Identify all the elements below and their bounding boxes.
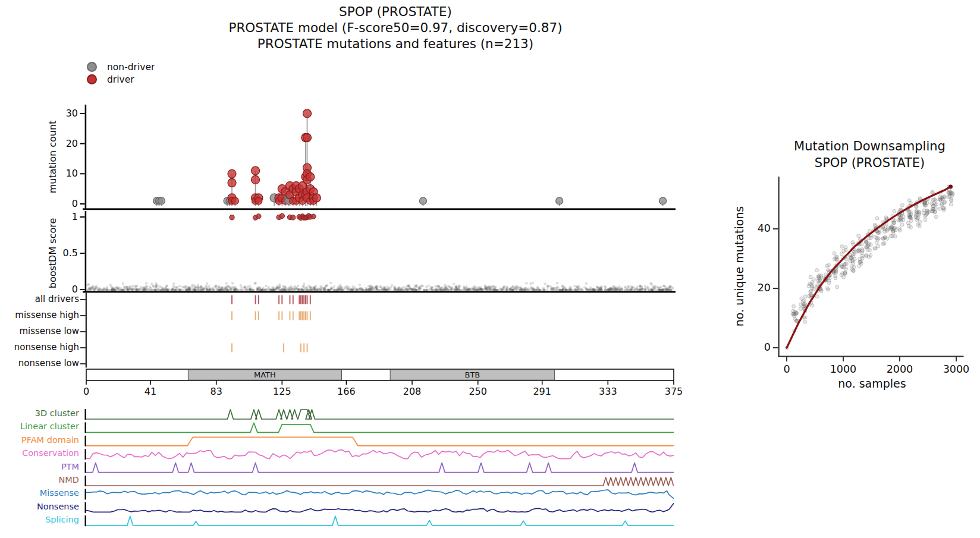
boostdm-nondriver-point: [303, 282, 305, 285]
ds-scatter-point: [841, 272, 844, 275]
boostdm-nondriver-point: [639, 288, 641, 291]
ds-y-tick-label: 40: [747, 222, 771, 234]
boostdm-nondriver-point: [511, 289, 514, 291]
boostdm-nondriver-point: [165, 285, 168, 287]
boostdm-nondriver-point: [352, 288, 354, 291]
boostdm-nondriver-point: [388, 287, 390, 290]
boostdm-nondriver-point: [394, 287, 396, 290]
boostdm-nondriver-point: [122, 282, 124, 285]
boostdm-nondriver-point: [530, 287, 533, 290]
boostdm-nondriver-point: [536, 288, 538, 291]
ds-scatter-point: [853, 252, 856, 256]
ds-scatter-point: [827, 263, 831, 267]
ds-scatter-point: [948, 191, 952, 195]
boostdm-nondriver-point: [624, 287, 627, 289]
boostdm-nondriver-point: [131, 288, 134, 290]
boostdm-nondriver-point: [222, 289, 224, 291]
protein-bar: [86, 369, 674, 380]
boostdm-nondriver-point: [103, 289, 106, 291]
boostdm-nondriver-point: [312, 288, 315, 291]
boostdm-nondriver-point: [596, 285, 598, 288]
driver-mutation-dot: [303, 134, 311, 142]
boostdm-nondriver-point: [290, 285, 292, 288]
non-driver-mutation-dot: [659, 197, 667, 204]
boostdm-nondriver-point: [529, 282, 532, 285]
boostdm-nondriver-point: [152, 285, 155, 288]
boostdm-nondriver-point: [565, 288, 567, 290]
boostdm-nondriver-point: [409, 287, 411, 290]
ds-scatter-point: [889, 234, 893, 238]
boostdm-nondriver-point: [165, 288, 168, 291]
ds-scatter-point: [940, 203, 943, 206]
boostdm-nondriver-point: [150, 282, 153, 285]
ds-scatter-point: [949, 203, 953, 206]
boostdm-nondriver-point: [415, 284, 417, 287]
ds-scatter-point: [827, 281, 831, 285]
ds-scatter-point: [941, 197, 944, 201]
ds-y-tick-label: 20: [747, 282, 771, 294]
boostdm-nondriver-point: [592, 288, 594, 290]
ds-scatter-point: [851, 241, 855, 244]
boostdm-y-spine: [85, 211, 87, 292]
boostdm-nondriver-point: [463, 285, 465, 288]
boostdm-nondriver-point: [297, 285, 299, 287]
boostdm-nondriver-point: [127, 288, 129, 291]
boostdm-nondriver-point: [581, 289, 583, 291]
ds-scatter-point: [840, 252, 843, 256]
boostdm-nondriver-point: [573, 285, 576, 287]
boostdm-nondriver-point: [209, 287, 211, 290]
boostdm-nondriver-point: [240, 287, 243, 289]
ds-scatter-point: [791, 309, 795, 313]
ds-scatter-point: [827, 288, 830, 291]
ds-scatter-point: [875, 216, 879, 220]
non-driver-mutation-dot: [419, 197, 426, 204]
ds-scatter-point: [931, 190, 934, 194]
boostdm-nondriver-point: [155, 285, 157, 287]
boostdm-nondriver-point: [512, 285, 514, 288]
boostdm-y-tick-label: 0.5: [54, 247, 78, 259]
boostdm-nondriver-point: [444, 284, 446, 287]
ds-scatter-point: [883, 230, 887, 234]
ds-scatter-point: [907, 216, 911, 219]
boostdm-nondriver-point: [383, 286, 385, 288]
ds-scatter-point: [809, 275, 812, 279]
protein-axis-tick-label: 41: [136, 386, 165, 397]
boostdm-driver-point: [279, 213, 284, 218]
ds-scatter-point: [881, 243, 885, 246]
ds-scatter-point: [865, 239, 868, 243]
boostdm-nondriver-point: [640, 285, 643, 287]
boostdm-nondriver-point: [423, 289, 425, 291]
driver-mutation-dot: [228, 179, 236, 187]
boostdm-nondriver-point: [171, 288, 174, 290]
protein-domain-label: BTB: [465, 370, 480, 379]
boostdm-nondriver-point: [333, 285, 335, 288]
boostdm-nondriver-point: [359, 284, 361, 286]
ds-scatter-point: [808, 282, 812, 286]
ds-scatter-point: [877, 244, 880, 248]
boostdm-nondriver-point: [517, 286, 519, 288]
boostdm-nondriver-point: [282, 285, 284, 287]
feature-line-linear-cluster: [86, 423, 674, 432]
boostdm-nondriver-point: [275, 287, 278, 289]
ds-scatter-point: [800, 297, 803, 300]
feature-line-splicing: [86, 516, 674, 526]
boostdm-nondriver-point: [632, 286, 635, 288]
boostdm-nondriver-point: [319, 285, 322, 288]
ds-scatter-point: [889, 227, 893, 231]
boostdm-nondriver-point: [509, 288, 511, 291]
boostdm-nondriver-point: [652, 289, 654, 291]
ds-scatter-point: [832, 271, 835, 275]
ds-scatter-point: [812, 278, 815, 281]
boostdm-nondriver-point: [231, 282, 234, 284]
ds-scatter-point: [934, 215, 938, 219]
ds-y-tick-label: 0: [747, 341, 771, 353]
boostdm-nondriver-point: [604, 285, 606, 287]
ds-scatter-point: [834, 276, 837, 280]
ds-scatter-point: [869, 253, 872, 257]
ds-scatter-point: [947, 196, 950, 199]
boostdm-nondriver-point: [183, 286, 185, 288]
ds-x-spine: [778, 356, 964, 357]
boostdm-nondriver-point: [188, 287, 190, 289]
ds-scatter-point: [809, 293, 812, 297]
boostdm-nondriver-point: [538, 289, 541, 291]
